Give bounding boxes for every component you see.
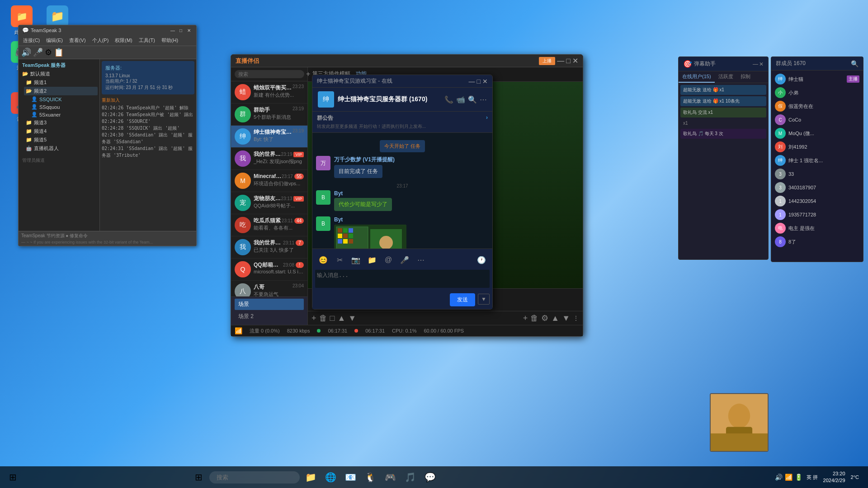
taskbar-app-3[interactable]: 📧 [341, 468, 359, 486]
qq-time-btn[interactable]: 🕐 [475, 253, 488, 266]
ts-default-channel[interactable]: 📂 默认频道 [20, 70, 98, 78]
taskbar-app-6[interactable]: 🎵 [401, 468, 419, 486]
assistant-minimize-btn[interactable]: — [753, 61, 758, 67]
chat-item-8[interactable]: Q QQ邮箱提醒 23:08 ! microsoft.start: U.S i [231, 258, 307, 281]
member-jiayao[interactable]: 假 假遥旁在在 [773, 99, 861, 113]
ts-toolbar-btn-3[interactable]: ⚙ [45, 47, 52, 57]
qq-more-btn[interactable]: ⋯ [480, 95, 487, 104]
ts-minimize-btn[interactable]: — [169, 27, 176, 33]
scene-item-1[interactable]: 场景 [235, 299, 304, 310]
streaming-minimize-btn[interactable]: — [557, 57, 564, 65]
qq-search-btn[interactable]: 🔍 [468, 95, 477, 104]
members-search-btn[interactable]: 🔍 [851, 60, 859, 67]
scene-toggle-btn[interactable]: □ [330, 314, 335, 323]
ts-menu-edit[interactable]: 编辑(E) [43, 36, 66, 45]
qq-folder-btn[interactable]: 📁 [366, 253, 378, 266]
qq-emoji-btn[interactable]: 😊 [317, 253, 330, 266]
qq-more-input-btn[interactable]: ⋯ [415, 253, 427, 266]
scene-down-btn[interactable]: ▼ [348, 314, 356, 323]
chat-item-1[interactable]: 群 群助手 23:19 5个群助手新消息 [231, 103, 307, 126]
chat-item-5[interactable]: 宠 宠物朋友主交流群... 23:13 VIP QQAidr88号帖子... [231, 192, 307, 214]
member-shenshimao[interactable]: 绅 绅士猫 主播 [773, 72, 861, 86]
qq-send-dropdown-btn[interactable]: ▼ [478, 294, 490, 305]
taskbar-app-1[interactable]: 📁 [302, 468, 320, 486]
start-button[interactable]: ⊞ [4, 468, 22, 486]
source-remove-btn[interactable]: 🗑 [530, 314, 538, 323]
member-1442[interactable]: 1 1442302054 [773, 194, 861, 208]
qq-at-btn[interactable]: @ [382, 253, 395, 266]
source-up2-btn[interactable]: ▲ [551, 314, 559, 323]
taskbar-app-2[interactable]: 🌐 [321, 468, 340, 486]
ts-menu-view[interactable]: 查看(V) [66, 36, 89, 45]
source-add-btn[interactable]: + [523, 314, 528, 323]
ts-rejoin-link[interactable]: 重新加入 [102, 97, 194, 103]
streaming-maximize-btn[interactable]: □ [566, 57, 571, 65]
chat-item-9[interactable]: 八 八哥 23:04 不要急运气 [231, 281, 307, 296]
scene-up-btn[interactable]: ▲ [337, 314, 345, 323]
assistant-tab-control[interactable]: 拟制 [737, 71, 754, 83]
member-8le[interactable]: 8 8了 [773, 235, 861, 249]
qq-close-btn[interactable]: ✕ [482, 78, 488, 85]
scene-remove-btn[interactable]: 🗑 [319, 314, 327, 323]
member-coco[interactable]: C CoCo [773, 113, 861, 127]
ts-channel-3[interactable]: 📁 频道3 [24, 118, 98, 127]
member-xiaodi[interactable]: 小 小弟 [773, 86, 861, 99]
ts-channel-5sxuaner[interactable]: 👤 5Sxuaner [24, 111, 98, 118]
ts-channel-ssqquou[interactable]: 👤 SSqquou [24, 103, 98, 111]
chat-item-2[interactable]: 绅 绅士猫神奇宝贝服务群 23:19 Byt: 快了 [231, 126, 307, 148]
assistant-close-btn[interactable]: ✕ [759, 61, 764, 67]
taskbar-search-input[interactable] [209, 471, 300, 483]
qq-announce-more[interactable]: › [486, 114, 488, 122]
ts-channel-5[interactable]: 📁 频道5 [24, 136, 98, 144]
chat-item-7[interactable]: 我 我的世界神奇宝贝... 23:11 7 已关注 3人 快多了 [231, 236, 307, 258]
qq-message-input[interactable] [315, 270, 490, 288]
ts-toolbar-btn-4[interactable]: 📋 [54, 47, 64, 57]
tray-icon-3[interactable]: 🔋 [795, 473, 803, 481]
qq-call-btn[interactable]: 📞 [444, 95, 453, 104]
assistant-tab-online[interactable]: 在线用户(15) [679, 71, 715, 83]
chat-item-0[interactable]: 蜡 蜡烛双平衡买交流... 23:23 新建 有什么优势... [231, 81, 307, 103]
assistant-tab-activity[interactable]: 活跃度 [715, 71, 737, 83]
qq-mic-btn[interactable]: 🎤 [398, 253, 411, 266]
ts-menu-tools[interactable]: 工具(T) [136, 36, 158, 45]
ts-channel-2[interactable]: 📂 频道2 [24, 87, 98, 95]
member-3403[interactable]: 3 3403187907 [773, 181, 861, 194]
ts-channel-4[interactable]: 📁 频道4 [24, 127, 98, 136]
ts-channel-robot[interactable]: 🤖 直播机器人 [24, 144, 98, 153]
ts-menu-perm[interactable]: 权限(M) [112, 36, 135, 45]
tray-icon-2[interactable]: 📶 [785, 473, 793, 481]
tray-icon-1[interactable]: 🔊 [775, 473, 783, 481]
taskbar-start-icon[interactable]: ⊞ [189, 468, 208, 486]
chat-item-6[interactable]: 吃 吃瓜爪猫紧 23:11 44 能看看、各各有... [231, 214, 307, 236]
streaming-upload-btn[interactable]: 上播 [539, 57, 555, 65]
member-liu41992[interactable]: 刘 刘41992 [773, 140, 861, 154]
chat-item-3[interactable]: 我 我的世界龙之插件... 23:19 VIP _HeZi: 发现json报p [231, 148, 307, 170]
scene-item-2[interactable]: 场景 2 [235, 311, 304, 322]
qq-send-btn[interactable]: 发送 [450, 293, 475, 306]
ts-menu-personal[interactable]: 个人(P) [90, 36, 112, 45]
ts-channel-ssquick[interactable]: 👤 SSQUICK [24, 95, 98, 103]
scene-add-btn[interactable]: + [311, 314, 316, 323]
ts-maximize-btn[interactable]: □ [177, 27, 184, 33]
member-shenshiqiang[interactable]: 绅 绅士 1 强壮名... [773, 154, 861, 167]
taskbar-app-7[interactable]: 💬 [421, 468, 439, 486]
member-dianzhu[interactable]: 电 电主 是强在 [773, 221, 861, 235]
member-1935[interactable]: 1 1935771728 [773, 208, 861, 221]
ts-toolbar-btn-1[interactable]: 🔊 [21, 47, 31, 57]
chat-item-4[interactable]: M Minecraft哟哟交... 23:17 55 环境适合你们做vps.. [231, 170, 307, 192]
streaming-close-btn[interactable]: ✕ [572, 56, 578, 65]
qq-minimize-btn[interactable]: — [469, 78, 475, 85]
qq-start-mission-btn[interactable]: 今天开始了 任务 [384, 143, 420, 149]
ts-menu-connect[interactable]: 连接(C) [20, 36, 42, 45]
ts-toolbar-btn-2[interactable]: 🎤 [33, 47, 43, 57]
qq-cut-btn[interactable]: ✂ [333, 253, 346, 266]
taskbar-app-5[interactable]: 🎮 [381, 468, 399, 486]
taskbar-app-4[interactable]: 🐧 [361, 468, 379, 486]
qq-screen-btn[interactable]: 📷 [349, 253, 362, 266]
taskbar-clock[interactable]: 23:20 2024/2/29 [823, 470, 845, 484]
source-down2-btn[interactable]: ▼ [562, 314, 570, 323]
ts-close-btn[interactable]: ✕ [185, 27, 193, 33]
source-settings-btn[interactable]: ⚙ [541, 313, 548, 323]
qq-video-btn[interactable]: 📹 [456, 95, 465, 104]
ts-menu-help[interactable]: 帮助(H) [159, 36, 181, 45]
